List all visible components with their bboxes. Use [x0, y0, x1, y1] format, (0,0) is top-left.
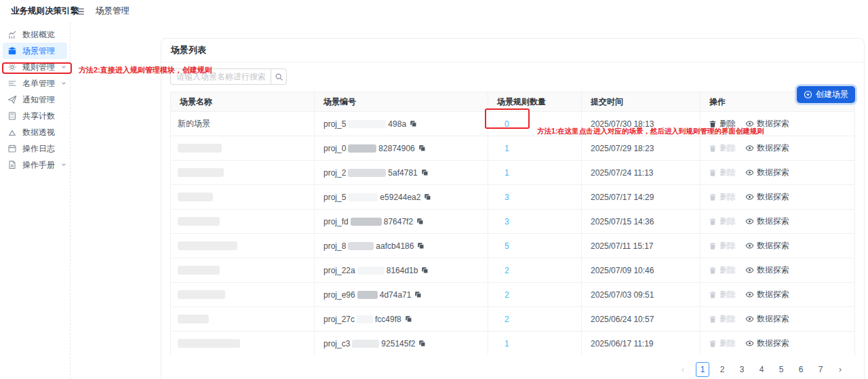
copy-icon[interactable] — [410, 120, 417, 127]
chevron-down-icon — [60, 64, 67, 71]
submit-time-cell: 2025/07/11 15:17 — [582, 234, 701, 258]
scenario-id-cell: proj_082874906 — [315, 136, 488, 160]
delete-button[interactable]: 删除 — [709, 142, 736, 154]
table-row: 新的场景 proj_5498a 0 2025/07/30 18:13 删除 数据… — [171, 111, 854, 136]
copy-icon[interactable] — [414, 291, 422, 298]
next-page-button[interactable]: › — [833, 362, 847, 377]
rule-count-cell: 3 — [488, 210, 582, 233]
copy-icon[interactable] — [418, 340, 426, 347]
rule-count-link[interactable]: 5 — [505, 241, 509, 251]
operations-cell: 删除 数据探索 — [701, 234, 856, 258]
rule-count-link[interactable]: 3 — [505, 217, 509, 226]
search-button[interactable] — [271, 68, 287, 85]
page-button-4[interactable]: 4 — [755, 362, 768, 377]
redacted-id-segment — [351, 218, 382, 226]
data-explore-button[interactable]: 数据探索 — [745, 289, 789, 300]
search-input[interactable] — [170, 68, 271, 85]
data-explore-button[interactable]: 数据探索 — [745, 216, 789, 227]
data-explore-button[interactable]: 数据探索 — [745, 313, 789, 325]
page-button-1[interactable]: 1 — [696, 362, 709, 377]
delete-button[interactable]: 删除 — [709, 191, 736, 203]
data-explore-button[interactable]: 数据探索 — [745, 240, 789, 252]
redacted-id-segment — [357, 266, 384, 275]
copy-icon[interactable] — [416, 218, 424, 225]
rule-count-link[interactable]: 1 — [505, 168, 509, 178]
topbar: 业务规则决策引擎 场景管理 — [0, 0, 868, 22]
scenario-id: proj_fd87647f2 — [323, 217, 413, 226]
delete-button[interactable]: 删除 — [709, 118, 736, 129]
delete-button[interactable]: 删除 — [709, 313, 736, 325]
copy-icon[interactable] — [418, 144, 426, 152]
delete-button[interactable]: 删除 — [709, 289, 736, 300]
sidebar-item-notification-management[interactable]: 通知管理 — [3, 92, 67, 108]
sidebar-item-shared-counting[interactable]: 共享计数 — [3, 108, 67, 124]
sidebar-item-scene-management[interactable]: 场景管理 — [3, 43, 67, 59]
redacted-scenario-name — [178, 144, 222, 153]
copy-icon[interactable] — [405, 315, 412, 323]
sidebar-item-rule-management[interactable]: 规则管理 — [3, 59, 67, 75]
scenario-name-cell — [171, 210, 315, 233]
submit-time-cell: 2025/06/17 11:19 — [582, 332, 701, 355]
page-button-3[interactable]: 3 — [735, 362, 749, 377]
redacted-id-segment — [348, 242, 374, 250]
rule-count-link[interactable]: 2 — [505, 315, 509, 324]
scenario-id-cell: proj_25af4781 — [315, 161, 488, 184]
rule-count-link[interactable]: 2 — [505, 290, 509, 300]
rule-count-link[interactable]: 1 — [505, 339, 509, 348]
scene-list-panel: 场景列表 创建场景 场景名称场景编号场景规则数量提交时间操作 新 — [161, 38, 865, 379]
data-explore-button[interactable]: 数据探索 — [745, 338, 789, 349]
redacted-id-segment — [348, 169, 386, 177]
page-button-6[interactable]: 6 — [794, 362, 808, 377]
rule-count-link[interactable]: 2 — [505, 266, 509, 275]
collapse-sidebar-icon[interactable] — [75, 7, 85, 16]
copy-icon[interactable] — [421, 169, 429, 176]
delete-button[interactable]: 删除 — [709, 338, 736, 349]
data-explore-button[interactable]: 数据探索 — [745, 118, 789, 129]
data-explore-button[interactable]: 数据探索 — [745, 142, 789, 154]
copy-icon[interactable] — [417, 242, 425, 250]
sidebar-item-label: 操作手册 — [22, 159, 55, 171]
sidebar-item-label: 规则管理 — [22, 62, 55, 73]
page-button-2[interactable]: 2 — [715, 362, 729, 377]
operations-cell: 删除 数据探索 — [701, 210, 856, 233]
trash-icon — [709, 169, 717, 177]
data-explore-button[interactable]: 数据探索 — [745, 264, 789, 276]
copy-icon[interactable] — [421, 266, 429, 274]
create-scene-label: 创建场景 — [816, 89, 848, 100]
submit-time-cell: 2025/07/30 18:13 — [582, 112, 701, 136]
rule-count-cell: 2 — [488, 307, 582, 331]
data-explore-button[interactable]: 数据探索 — [745, 167, 789, 178]
eye-icon — [745, 168, 754, 177]
data-explore-button[interactable]: 数据探索 — [745, 191, 789, 203]
sidebar-item-data-overview[interactable]: 数据概览 — [3, 26, 67, 43]
page-button-5[interactable]: 5 — [774, 362, 788, 377]
operations-cell: 删除 数据探索 — [701, 136, 856, 160]
gear-icon — [7, 62, 17, 72]
table-row: proj_25af4781 1 2025/07/24 11:13 删除 数据探索 — [171, 160, 854, 184]
sidebar-item-operation-manual[interactable]: 操作手册 — [3, 157, 67, 173]
delete-button[interactable]: 删除 — [709, 240, 736, 252]
rule-count-link[interactable]: 0 — [505, 119, 509, 129]
create-scene-button[interactable]: 创建场景 — [797, 86, 855, 103]
copy-icon[interactable] — [424, 193, 431, 201]
sidebar-item-label: 场景管理 — [22, 45, 64, 57]
page-button-7[interactable]: 7 — [814, 362, 827, 377]
column-header-id: 场景编号 — [315, 92, 488, 111]
submit-time-cell: 2025/07/09 10:46 — [582, 258, 701, 282]
trash-icon — [709, 144, 717, 153]
delete-button[interactable]: 删除 — [709, 167, 736, 178]
eye-icon — [745, 315, 754, 323]
delete-button[interactable]: 删除 — [709, 264, 736, 276]
sidebar-nav: 数据概览场景管理规则管理名单管理通知管理共享计数数据透视操作日志操作手册 — [0, 22, 70, 173]
prev-page-button[interactable]: ‹ — [676, 362, 690, 377]
scenario-name-cell — [171, 332, 315, 355]
redacted-id-segment — [348, 144, 376, 153]
sidebar-item-data-pivot[interactable]: 数据透视 — [3, 124, 67, 140]
table-header-row: 场景名称场景编号场景规则数量提交时间操作 — [171, 92, 854, 111]
rule-count-link[interactable]: 3 — [505, 193, 509, 202]
rule-count-link[interactable]: 1 — [505, 144, 509, 153]
delete-button[interactable]: 删除 — [709, 216, 736, 227]
sidebar-item-operation-log[interactable]: 操作日志 — [3, 140, 67, 157]
sidebar-item-list-management[interactable]: 名单管理 — [3, 75, 67, 92]
operations-cell: 删除 数据探索 — [701, 307, 856, 331]
